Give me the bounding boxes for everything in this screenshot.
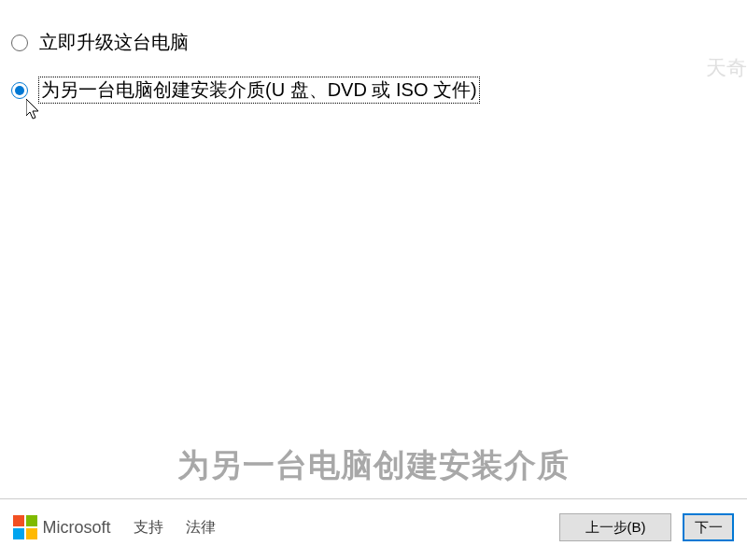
radio-icon: [11, 35, 28, 51]
microsoft-flag-icon: [13, 515, 37, 539]
radio-label-upgrade: 立即升级这台电脑: [39, 30, 189, 55]
radio-option-create-media[interactable]: 为另一台电脑创建安装介质(U 盘、DVD 或 ISO 文件): [11, 77, 747, 103]
microsoft-logo: Microsoft: [13, 515, 111, 539]
video-subtitle: 为另一台电脑创建安装介质: [177, 444, 570, 487]
support-link[interactable]: 支持: [134, 518, 163, 538]
radio-option-upgrade[interactable]: 立即升级这台电脑: [11, 30, 747, 55]
radio-icon: [11, 82, 28, 99]
watermark-text: 天奇: [706, 54, 747, 82]
legal-link[interactable]: 法律: [186, 518, 216, 538]
back-button[interactable]: 上一步(B): [559, 513, 671, 541]
radio-label-create-media: 为另一台电脑创建安装介质(U 盘、DVD 或 ISO 文件): [39, 77, 479, 103]
footer-divider: [0, 498, 747, 499]
next-button[interactable]: 下一: [683, 513, 734, 541]
microsoft-brand-text: Microsoft: [43, 518, 111, 538]
installation-choice-group: 立即升级这台电脑 为另一台电脑创建安装介质(U 盘、DVD 或 ISO 文件): [11, 30, 747, 103]
footer-bar: Microsoft 支持 法律 上一步(B) 下一: [0, 513, 747, 541]
